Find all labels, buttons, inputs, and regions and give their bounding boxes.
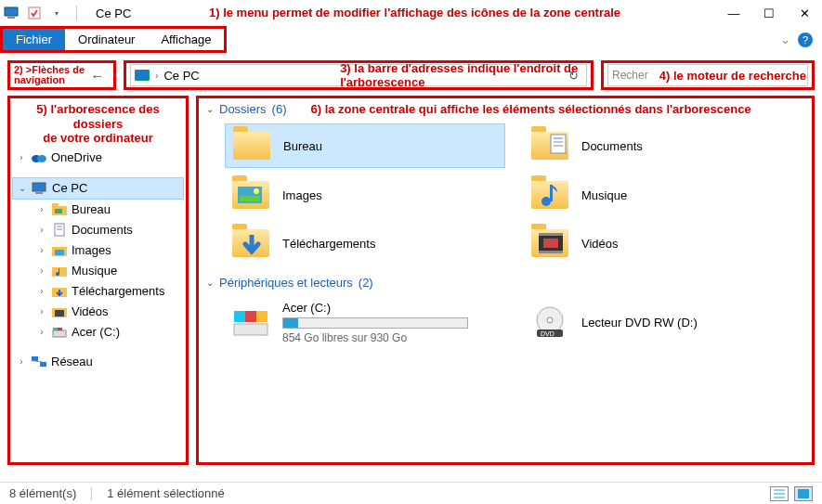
folder-icon <box>231 128 272 163</box>
svg-point-4 <box>37 155 46 162</box>
svg-rect-5 <box>33 183 46 191</box>
svg-text:DVD: DVD <box>541 330 555 337</box>
images-icon <box>230 177 271 213</box>
drive-icon <box>230 305 271 341</box>
collapse-icon[interactable]: ⌄ <box>206 278 214 288</box>
folder-images[interactable]: Images <box>225 174 505 216</box>
help-icon[interactable]: ? <box>798 32 813 47</box>
folder-icon <box>51 202 68 217</box>
drive-free-label: 854 Go libres sur 930 Go <box>282 331 468 344</box>
close-button[interactable]: ✕ <box>787 0 822 26</box>
sidebar-item-label: Téléchargements <box>72 284 164 298</box>
dropdown-icon[interactable]: ▾ <box>48 5 65 21</box>
folder-telechargements[interactable]: Téléchargements <box>225 222 505 265</box>
folder-label: Musique <box>581 188 627 202</box>
drives-grid: Acer (C:) 854 Go libres sur 930 Go DVD L… <box>206 290 804 348</box>
navigation-row: 2) >Flèches de navigation ← ↑ › Ce PC ↻ … <box>0 53 822 96</box>
svg-rect-43 <box>256 311 267 322</box>
search-box-wrap: Recher 4) le moteur de recherche <box>601 60 815 90</box>
group-count: (6) <box>272 102 287 116</box>
view-details-button[interactable] <box>770 486 789 501</box>
sidebar: 5) l'arborescence des dossiers de votre … <box>7 96 189 465</box>
sidebar-item-images[interactable]: ›Images <box>12 240 184 261</box>
titlebar: ▾ Ce PC 1) le menu permet de modifier l'… <box>0 0 822 26</box>
documents-icon <box>51 223 68 238</box>
group-label: Dossiers <box>219 102 267 116</box>
folder-documents[interactable]: Documents <box>524 123 804 168</box>
svg-rect-35 <box>550 185 553 201</box>
annotation-4: 4) le moteur de recherche <box>659 69 806 83</box>
svg-rect-20 <box>55 310 64 317</box>
folder-label: Documents <box>581 139 643 153</box>
sidebar-item-acer[interactable]: ›Acer (C:) <box>12 322 184 342</box>
minimize-button[interactable]: — <box>716 0 751 26</box>
folder-musique[interactable]: Musique <box>524 174 804 216</box>
window-controls: — ☐ ✕ <box>716 0 822 26</box>
sidebar-item-cepc[interactable]: ⌄ Ce PC <box>12 177 184 200</box>
content-pane: ⌄ Dossiers (6) 6) la zone centrale qui a… <box>196 96 815 465</box>
pc-icon <box>32 181 48 196</box>
group-folders-header[interactable]: ⌄ Dossiers (6) 6) la zone centrale qui a… <box>206 102 804 116</box>
sidebar-item-onedrive[interactable]: › OneDrive <box>12 148 184 168</box>
svg-rect-24 <box>32 356 38 361</box>
svg-rect-21 <box>53 330 66 337</box>
menubar-highlight: Fichier Ordinateur Affichage <box>0 26 227 53</box>
pc-icon <box>4 5 20 21</box>
svg-line-26 <box>34 361 43 362</box>
sidebar-item-videos[interactable]: ›Vidéos <box>12 302 184 322</box>
group-label: Périphériques et lecteurs <box>219 276 353 290</box>
status-selected: 1 élément sélectionné <box>107 486 224 500</box>
sidebar-item-label: Bureau <box>72 202 111 216</box>
folder-label: Vidéos <box>581 237 619 251</box>
view-icons-button[interactable] <box>794 486 813 501</box>
menu-file[interactable]: Fichier <box>3 29 65 50</box>
expand-icon[interactable]: › <box>16 152 27 162</box>
sidebar-item-telechargements[interactable]: ›Téléchargements <box>12 281 184 302</box>
svg-rect-41 <box>234 311 245 322</box>
drive-usage-bar <box>282 317 468 329</box>
status-count: 8 élément(s) <box>9 486 76 500</box>
pc-icon <box>135 70 150 81</box>
dvd-icon: DVD <box>529 305 570 341</box>
collapse-icon[interactable]: ⌄ <box>206 104 214 114</box>
drive-acer[interactable]: Acer (C:) 854 Go libres sur 930 Go <box>225 297 505 348</box>
svg-rect-38 <box>539 251 563 253</box>
folder-label: Bureau <box>283 139 322 153</box>
downloads-icon <box>230 226 271 261</box>
nav-arrows-box: 2) >Flèches de navigation ← ↑ <box>7 60 116 90</box>
svg-rect-22 <box>53 328 58 330</box>
svg-rect-14 <box>55 250 64 255</box>
svg-rect-8 <box>52 203 59 207</box>
svg-rect-1 <box>7 17 15 19</box>
menu-view[interactable]: Affichage <box>148 29 224 50</box>
videos-icon <box>51 304 68 319</box>
collapse-icon[interactable]: ⌄ <box>17 183 28 193</box>
sidebar-item-label: Réseau <box>51 355 93 368</box>
main-area: 5) l'arborescence des dossiers de votre … <box>0 96 822 465</box>
music-icon <box>51 264 68 278</box>
annotation-3: 3) la barre d'adresses indique l'endroit… <box>340 61 591 89</box>
folder-bureau[interactable]: Bureau <box>225 123 505 168</box>
sidebar-item-musique[interactable]: ›Musique <box>12 261 184 281</box>
svg-rect-40 <box>234 324 267 335</box>
drive-dvd[interactable]: DVD Lecteur DVD RW (D:) <box>524 297 804 348</box>
folder-videos[interactable]: Vidéos <box>524 222 804 265</box>
group-count: (2) <box>359 276 373 290</box>
chevron-down-icon[interactable]: ⌄ <box>780 32 790 46</box>
chevron-right-icon[interactable]: › <box>155 71 158 81</box>
folders-grid: Bureau Documents Images Musique Téléchar… <box>206 116 804 276</box>
up-button[interactable]: ↑ <box>106 68 124 84</box>
sidebar-item-network[interactable]: ›Réseau <box>12 352 184 372</box>
sidebar-item-bureau[interactable]: ›Bureau <box>12 200 184 220</box>
sidebar-item-label: Vidéos <box>72 304 109 318</box>
annotation-2: 2) >Flèches de navigation <box>14 65 85 85</box>
folder-label: Images <box>282 188 322 202</box>
downloads-icon <box>51 284 68 299</box>
menu-computer[interactable]: Ordinateur <box>65 29 148 50</box>
drive-icon <box>51 325 68 340</box>
group-devices-header[interactable]: ⌄ Périphériques et lecteurs (2) <box>206 276 804 290</box>
sidebar-item-documents[interactable]: ›Documents <box>12 220 184 240</box>
address-location[interactable]: Ce PC <box>163 69 199 83</box>
properties-icon[interactable] <box>26 5 43 21</box>
maximize-button[interactable]: ☐ <box>751 0 787 26</box>
